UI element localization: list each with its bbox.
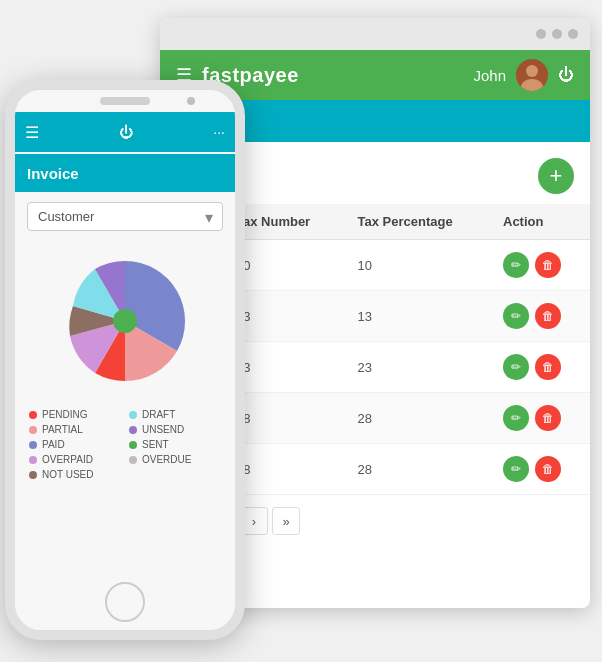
phone-invoice-bar: Invoice — [15, 154, 235, 192]
power-icon[interactable]: ⏻ — [558, 66, 574, 84]
browser-dot-2 — [552, 29, 562, 39]
legend-item: PENDING — [29, 409, 121, 420]
action-cell: ✏ 🗑 — [487, 444, 590, 495]
tax-percentage: 28 — [342, 393, 488, 444]
edit-button[interactable]: ✏ — [503, 405, 529, 431]
action-buttons: ✏ 🗑 — [503, 405, 574, 431]
legend-dot — [29, 411, 37, 419]
legend-item: OVERDUE — [129, 454, 221, 465]
customer-select[interactable]: Customer — [27, 202, 223, 231]
browser-dot-1 — [536, 29, 546, 39]
legend-dot — [29, 456, 37, 464]
delete-button[interactable]: 🗑 — [535, 303, 561, 329]
legend-label: UNSEND — [142, 424, 184, 435]
legend-label: DRAFT — [142, 409, 175, 420]
legend-item: SENT — [129, 439, 221, 450]
legend-label: PAID — [42, 439, 65, 450]
action-cell: ✏ 🗑 — [487, 342, 590, 393]
legend-dot — [29, 426, 37, 434]
delete-button[interactable]: 🗑 — [535, 405, 561, 431]
legend-item: OVERPAID — [29, 454, 121, 465]
legend-label: PENDING — [42, 409, 88, 420]
legend-dot — [129, 426, 137, 434]
legend-label: PARTIAL — [42, 424, 83, 435]
phone-speaker — [100, 97, 150, 105]
legend-item: DRAFT — [129, 409, 221, 420]
phone-more-icon[interactable]: ··· — [213, 124, 225, 140]
app-header-right: John ⏻ — [473, 59, 574, 91]
mobile-phone: ☰ ⏻ ··· Invoice Customer — [5, 80, 245, 640]
legend-item: UNSEND — [129, 424, 221, 435]
action-cell: ✏ 🗑 — [487, 240, 590, 291]
phone-invoice-label: Invoice — [27, 165, 79, 182]
pie-chart-container — [15, 241, 235, 401]
legend-dot — [129, 411, 137, 419]
phone-notch — [15, 90, 235, 112]
action-cell: ✏ 🗑 — [487, 291, 590, 342]
browser-titlebar — [160, 18, 590, 50]
legend-item: PARTIAL — [29, 424, 121, 435]
action-buttons: ✏ 🗑 — [503, 303, 574, 329]
legend-container: PENDING DRAFT PARTIAL UNSEND PAID SENT O… — [15, 401, 235, 488]
phone-customer-row: Customer — [15, 192, 235, 241]
user-name: John — [473, 67, 506, 84]
edit-button[interactable]: ✏ — [503, 303, 529, 329]
legend-item: NOT USED — [29, 469, 121, 480]
edit-button[interactable]: ✏ — [503, 252, 529, 278]
browser-dot-3 — [568, 29, 578, 39]
tax-percentage: 23 — [342, 342, 488, 393]
col-action: Action — [487, 204, 590, 240]
col-tax-percentage: Tax Percentage — [342, 204, 488, 240]
tax-percentage: 13 — [342, 291, 488, 342]
tax-percentage: 28 — [342, 444, 488, 495]
legend-dot — [129, 456, 137, 464]
action-buttons: ✏ 🗑 — [503, 456, 574, 482]
delete-button[interactable]: 🗑 — [535, 252, 561, 278]
legend-dot — [29, 471, 37, 479]
legend-dot — [29, 441, 37, 449]
action-buttons: ✏ 🗑 — [503, 354, 574, 380]
legend-label: NOT USED — [42, 469, 94, 480]
action-cell: ✏ 🗑 — [487, 393, 590, 444]
svg-point-1 — [526, 65, 538, 77]
customer-select-wrapper[interactable]: Customer — [27, 202, 223, 231]
delete-button[interactable]: 🗑 — [535, 354, 561, 380]
edit-button[interactable]: ✏ — [503, 354, 529, 380]
phone-camera — [187, 97, 195, 105]
add-button[interactable]: + — [538, 158, 574, 194]
pie-chart — [55, 251, 195, 391]
legend-item: PAID — [29, 439, 121, 450]
phone-home-button[interactable] — [105, 582, 145, 622]
phone-hamburger-icon[interactable]: ☰ — [25, 123, 39, 142]
legend-label: SENT — [142, 439, 169, 450]
legend-dot — [129, 441, 137, 449]
avatar — [516, 59, 548, 91]
edit-button[interactable]: ✏ — [503, 456, 529, 482]
phone-header: ☰ ⏻ ··· — [15, 112, 235, 152]
phone-power-icon[interactable]: ⏻ — [119, 124, 133, 140]
delete-button[interactable]: 🗑 — [535, 456, 561, 482]
legend-label: OVERDUE — [142, 454, 191, 465]
legend-label: OVERPAID — [42, 454, 93, 465]
action-buttons: ✏ 🗑 — [503, 252, 574, 278]
tax-percentage: 10 — [342, 240, 488, 291]
svg-point-3 — [113, 309, 137, 333]
last-page-button[interactable]: » — [272, 507, 300, 535]
